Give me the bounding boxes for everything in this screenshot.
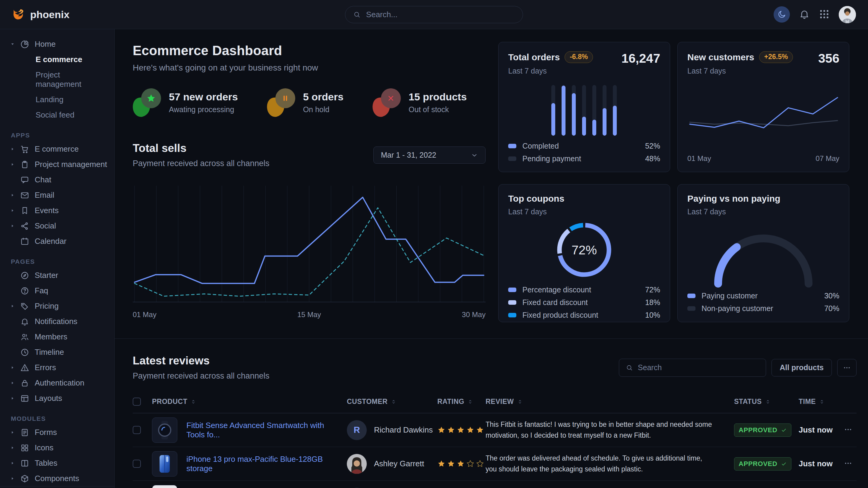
sidebar-item-pricing[interactable]: Pricing [0,298,114,314]
theme-toggle-button[interactable] [774,6,790,23]
sidebar-item-chat[interactable]: Chat [0,172,114,188]
total-sells-title: Total sells [133,142,269,155]
latest-reviews-section: Latest reviews Payment received across a… [115,338,868,488]
sidebar-item-social[interactable]: Social [0,218,114,234]
reviews-search[interactable] [619,359,766,377]
card-period: Last 7 days [687,207,839,216]
product-cell [152,485,347,488]
bookmark-icon [20,206,29,215]
sidebar-item-timeline[interactable]: Timeline [0,345,114,360]
caret-none-icon [10,239,15,243]
legend-value: 72% [645,286,660,294]
stat-text: 57 new ordersAwating processing [169,91,238,114]
light-thumbnail [152,485,177,488]
sidebar-item-calendar[interactable]: Calendar [0,234,114,249]
caret-none-icon [10,289,15,293]
sidebar-subitem-social-feed[interactable]: Social feed [0,107,114,123]
sidebar-subitem-project-management[interactable]: Project management [0,67,114,92]
customer-avatar [347,454,367,474]
reviews-table-header: PRODUCTCUSTOMERRATINGREVIEWSTATUSTIME [133,393,857,413]
customer-avatar: R [347,420,367,440]
tag-icon [20,302,29,311]
phone-thumbnail [152,451,177,477]
user-avatar[interactable] [839,6,856,23]
sidebar-item-components[interactable]: Components [0,471,114,486]
moon-icon [777,10,786,19]
review-text: The order was delivered ahead of schedul… [486,453,734,475]
search-icon [626,364,633,372]
caret-none-icon [10,334,15,339]
caret-none-icon [10,177,15,182]
collapsed-view-toggle[interactable]: Collapsed View [0,486,114,488]
row-checkbox[interactable] [133,426,141,434]
sidebar-item-starter[interactable]: Starter [0,268,114,283]
sidebar-item-home[interactable]: Home [0,36,114,52]
notifications-button[interactable] [799,9,810,21]
app-root: phoenix HomeE commerceProject management… [0,0,868,488]
x-tick: 15 May [298,311,321,319]
caret-right-icon [10,193,15,197]
reviews-search-input[interactable] [638,363,759,372]
sidebar-item-members[interactable]: Members [0,329,114,345]
pause-icon [280,93,290,103]
column-header-review[interactable]: REVIEW [486,398,734,406]
sidebar-item-faq[interactable]: Faq [0,283,114,298]
sidebar-item-authentication[interactable]: Authentication [0,375,114,391]
date-range-value: Mar 1 - 31, 2022 [381,151,436,159]
rating-stars [437,460,486,468]
sidebar-item-forms[interactable]: Forms [0,425,114,440]
global-search[interactable] [345,6,523,23]
reviews-more-button[interactable] [837,359,857,377]
sidebar-subitem-e-commerce[interactable]: E commerce [0,52,114,67]
pie-icon [20,40,29,49]
sidebar-item-label: Icons [35,443,53,452]
sidebar-item-tables[interactable]: Tables [0,455,114,471]
star-empty-icon [466,460,474,468]
clock-icon [20,348,29,357]
global-search-input[interactable] [366,10,515,19]
brand-logo[interactable]: phoenix [12,7,69,22]
date-range-select[interactable]: Mar 1 - 31, 2022 [373,147,486,164]
product-link[interactable]: Fitbit Sense Advanced Smartwatch with To… [186,421,347,440]
column-header-product[interactable]: PRODUCT [152,398,347,406]
sidebar-subitem-landing[interactable]: Landing [0,92,114,107]
sidebar-item-notifications[interactable]: Notifications [0,314,114,329]
select-all-checkbox[interactable] [133,398,141,406]
legend-value: 48% [645,154,660,163]
total-sells-chart [133,182,486,307]
total-sells-subtitle: Payment received across all channels [133,159,269,168]
sidebar-item-email[interactable]: Email [0,188,114,203]
sidebar-item-errors[interactable]: Errors [0,360,114,375]
column-header-time[interactable]: TIME [799,398,840,406]
all-products-button[interactable]: All products [772,359,832,377]
apps-menu-button[interactable] [819,9,830,21]
sidebar-item-project-management[interactable]: Project management [0,157,114,172]
sidebar-item-layouts[interactable]: Layouts [0,391,114,406]
grid-menu-icon [819,9,830,20]
column-header-customer[interactable]: CUSTOMER [347,398,437,406]
row-checkbox[interactable] [133,460,141,468]
main-content: Ecommerce Dashboard Here's what's going … [115,29,868,488]
sidebar-item-label: Errors [35,363,56,372]
status-badge: APPROVED [734,457,792,470]
sidebar-item-events[interactable]: Events [0,203,114,218]
product-link[interactable]: iPhone 13 pro max-Pacific Blue-128GB sto… [186,455,347,473]
legend-swatch [508,157,516,161]
compass-icon [20,271,29,280]
sidebar-item-e-commerce[interactable]: E commerce [0,141,114,157]
share-icon [20,222,29,231]
star-filled-icon [437,460,445,468]
page-title: Ecommerce Dashboard [133,43,486,58]
column-header-rating[interactable]: RATING [437,398,486,406]
status-label: APPROVED [739,460,777,468]
row-menu-button[interactable] [840,425,857,435]
watch-thumbnail [152,418,177,443]
sidebar-item-icons[interactable]: Icons [0,440,114,455]
cube-icon [20,474,29,483]
stat-sublabel: Awating processing [169,105,238,114]
row-menu-button[interactable] [840,459,857,468]
star-filled-icon [447,426,455,434]
alert-icon [20,363,29,372]
column-header-status[interactable]: STATUS [734,398,799,406]
sort-icon [467,399,473,405]
